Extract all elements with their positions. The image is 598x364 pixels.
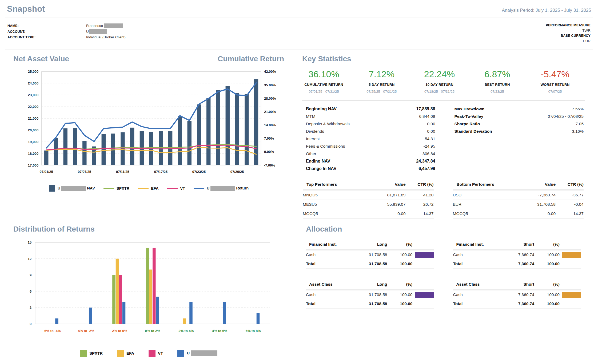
instrument-value: 81,871.89 [359,193,406,197]
table-row: MESU555,839.0726.72 [303,200,434,209]
allocation-col-bar [413,242,434,247]
allocation-table: Financial Inst.Short(%)Cash-7,360.74100.… [453,240,581,269]
allocation-bar-cell [560,252,581,258]
instrument-ctr: 41.20 [406,193,434,197]
svg-text:24,000: 24,000 [28,81,39,85]
stat-value: 22.24% [420,69,460,79]
snapshot-page: Snapshot Analysis Period: July 1, 2025 -… [0,0,598,364]
legend-item: EFA [117,350,134,357]
legend-item: SPXTR [80,350,103,357]
allocation-label: Cash [306,252,343,257]
nav-cumulative-return-chart: 25,00024,00023,00022,00021,00020,00019,0… [13,69,284,176]
allocation-total-value: -7,360.74 [490,261,534,266]
svg-text:07/17/25: 07/17/25 [154,170,168,174]
detail-label: Other [306,151,316,156]
allocation-col-bar [560,282,581,287]
legend-swatch-spxtr [80,350,87,357]
allocation-pct-bar [562,252,581,258]
allocation-label: Cash [306,292,343,297]
instrument-ctr: -36.77 [556,193,584,197]
detail-label: Beginning NAV [306,107,337,111]
allocation-row: Cash31,708.58100.00 [306,290,434,299]
svg-text:0.00%: 0.00% [264,150,274,154]
allocation-col-amount: Short [490,282,534,287]
legend-item: U [177,350,217,357]
performers-col-ctr: CTR (%) [406,182,434,187]
allocation-total-value: 31,708.58 [343,261,387,266]
allocation-value: -7,360.74 [490,252,534,257]
stat-period: 07/01/25 - 07/31/25 [304,90,344,94]
allocation-row: Cash-7,360.74100.00 [453,290,581,299]
allocation-value: 31,708.58 [343,252,387,257]
account-meta-label: BASE CURRENCY [546,34,591,38]
detail-value: 7.56% [572,107,584,111]
legend-swatch-vt [149,350,156,357]
svg-text:07/07/25: 07/07/25 [78,170,91,174]
legend-item: SPXTR [103,186,129,191]
page-header: Snapshot Analysis Period: July 1, 2025 -… [5,2,593,18]
stat-block: 22.24%10 DAY RETURN07/18/25 - 07/31/25 [420,69,460,94]
svg-text:07/01/25: 07/01/25 [39,170,53,174]
allocation-bar-cell [413,292,434,298]
svg-text:18,000: 18,000 [28,152,39,156]
stat-value: 6.87% [477,69,517,79]
allocation-total-row: Total-7,360.74100.00 [453,299,581,309]
svg-text:07/23/25: 07/23/25 [192,170,206,174]
allocation-table: Financial Inst.Long(%)Cash31,708.58100.0… [306,240,434,269]
detail-row: MTM6,844.09 [306,113,435,120]
allocation-col-label: Asset Class [309,282,343,287]
detail-row: Other-306.84 [306,150,435,157]
allocation-row: Cash31,708.58100.00 [306,250,434,259]
cumulative-return-title: Cumulative Return [218,55,284,63]
table-row: MGCQ50.0014.37 [453,209,584,219]
instrument-name: MGCQ5 [453,211,509,216]
allocation-header: Financial Inst.Short(%) [453,240,581,249]
svg-text:23,000: 23,000 [28,93,39,97]
account-info-row: ACCOUNT:U [7,29,126,34]
legend-swatch-return [194,188,204,189]
svg-text:-7.00%: -7.00% [264,163,275,167]
stat-block: 36.10%CUMULATIVE RETURN07/01/25 - 07/31/… [304,69,344,94]
detail-label: Max Drawdown [455,107,485,111]
allocation-col-label: Financial Inst. [309,242,343,247]
key-statistics-details: Beginning NAV17,889.86MTM6,844.09Deposit… [302,100,585,172]
allocation-total-label: Total [453,301,491,306]
account-meta-value: TWR [546,29,591,33]
account-info-label: NAME: [7,24,86,28]
legend-swatch-vt [167,188,178,189]
detail-value: 6,844.09 [419,114,435,119]
legend-swatch-efa [138,188,149,189]
detail-row: Sharpe Ratio7.05 [455,120,584,128]
svg-text:0% to 2%: 0% to 2% [145,329,160,333]
detail-row: Peak-To-Valley07/04/25 - 07/08/25 [455,113,584,120]
allocation-col-pct: (%) [534,282,560,287]
svg-text:14.00%: 14.00% [264,123,276,127]
account-meta-label: PERFORMANCE MEASURE [546,23,591,27]
account-info-right: PERFORMANCE MEASURETWRBASE CURRENCYEUR [546,22,591,44]
legend-label: VT [180,186,185,191]
instrument-name: MGCQ5 [303,211,359,216]
allocation-total-bar [413,301,434,306]
allocation-total-bar [560,301,581,306]
instrument-ctr: -0.04 [556,202,584,207]
page-title: Snapshot [7,4,45,14]
stat-value: 7.12% [362,69,402,79]
allocation-total-pct: 100.00 [387,261,413,266]
detail-label: Fees & Commissions [306,144,345,149]
allocation-col-pct: (%) [387,242,413,247]
detail-value: 0.00 [427,129,435,134]
distribution-title: Distribution of Returns [13,225,284,233]
table-row: MNQU581,871.8941.20 [303,191,434,200]
performers-title: Bottom Performers [457,182,509,187]
stat-label: BEST RETURN [477,83,517,87]
legend-label: EFA [151,186,158,191]
key-statistics-title: Key Statistics [302,55,585,63]
detail-row: Fees & Commissions-24.95 [306,143,435,150]
svg-text:17,000: 17,000 [28,163,39,167]
detail-label: Dividends [306,129,324,134]
instrument-name: USD [453,193,509,197]
svg-text:0: 0 [30,322,31,326]
svg-text:7.00%: 7.00% [264,136,274,140]
account-info-row: NAME:Francesco [7,23,126,28]
allocation-pct-bar [415,292,434,298]
